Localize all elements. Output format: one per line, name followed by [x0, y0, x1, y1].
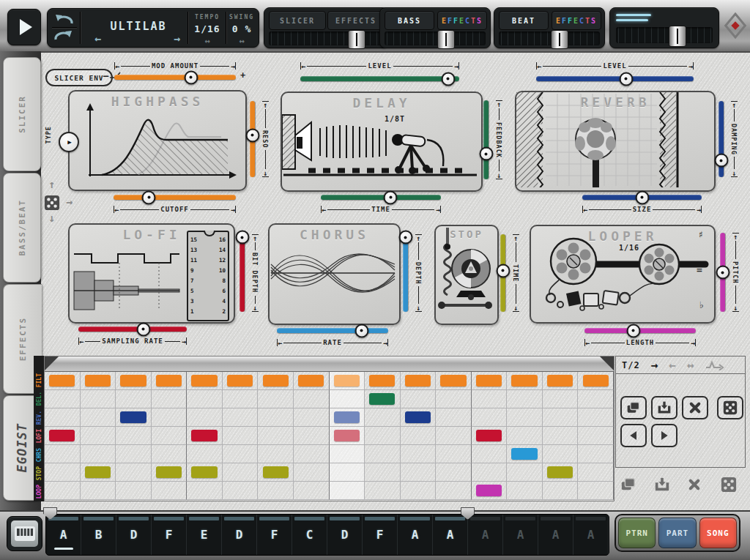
- seq-cell[interactable]: [578, 463, 614, 482]
- shift-left-icon[interactable]: ←: [669, 360, 676, 370]
- slicer-effects-slider-knob[interactable]: [348, 30, 365, 49]
- seq-cell[interactable]: [81, 427, 116, 445]
- seq-cell[interactable]: [401, 372, 437, 390]
- seq-cell[interactable]: [578, 427, 614, 445]
- seq-cell[interactable]: [152, 427, 188, 445]
- delay-level-knob[interactable]: [441, 72, 455, 86]
- seq-cell[interactable]: [578, 372, 614, 390]
- shift-right-icon[interactable]: →: [651, 360, 658, 370]
- seq-cell[interactable]: [116, 408, 152, 427]
- clear-part-icon[interactable]: [688, 478, 701, 491]
- play-button[interactable]: [7, 9, 41, 45]
- pattern-slot[interactable]: B: [81, 515, 116, 555]
- ptrn-mode-button[interactable]: PTRN: [618, 518, 656, 548]
- seq-cell[interactable]: [365, 482, 401, 500]
- seq-cell[interactable]: [365, 408, 401, 427]
- sequencer-loop-header[interactable]: [45, 356, 614, 372]
- seq-cell[interactable]: [116, 463, 152, 482]
- delay-level-slider[interactable]: [300, 76, 459, 81]
- pattern-slot[interactable]: E: [187, 515, 222, 555]
- seq-cell[interactable]: [507, 427, 543, 445]
- seq-cell[interactable]: [472, 482, 508, 500]
- seq-step-block[interactable]: [120, 411, 146, 423]
- seq-cell[interactable]: [81, 408, 116, 427]
- reverb-level-slider[interactable]: [536, 76, 694, 81]
- beat-effects-page-button[interactable]: EFFECTS: [552, 11, 601, 30]
- pattern-slot[interactable]: D: [116, 515, 152, 555]
- delay-time-knob[interactable]: [384, 190, 398, 204]
- preset-next-icon[interactable]: →: [174, 35, 180, 42]
- pitch-knob[interactable]: [716, 266, 729, 280]
- preset-name[interactable]: ULTILAB: [90, 20, 187, 33]
- seq-cell[interactable]: [45, 372, 81, 390]
- seq-cell[interactable]: [436, 408, 472, 427]
- seq-step-block[interactable]: [583, 375, 609, 387]
- seq-cell[interactable]: [223, 372, 259, 390]
- seq-cell[interactable]: [543, 390, 579, 408]
- seq-cell[interactable]: [507, 372, 543, 390]
- depth-knob[interactable]: [398, 231, 412, 244]
- pattern-slot[interactable]: F: [363, 515, 398, 555]
- seq-cell[interactable]: [543, 482, 579, 500]
- time-scale-label[interactable]: T/2: [622, 360, 640, 370]
- seq-step-block[interactable]: [511, 448, 537, 460]
- seq-cell[interactable]: [294, 427, 330, 445]
- slicer-page-button[interactable]: SLICER: [269, 11, 326, 30]
- song-mode-button[interactable]: SONG: [699, 518, 737, 548]
- seq-step-block[interactable]: [440, 375, 466, 387]
- seq-cell[interactable]: [401, 390, 437, 408]
- pattern-slot[interactable]: D: [327, 515, 363, 555]
- feedback-slider[interactable]: [483, 100, 489, 179]
- seq-cell[interactable]: [152, 463, 188, 482]
- seq-cell[interactable]: [258, 427, 294, 445]
- sampling-rate-slider[interactable]: [78, 326, 187, 332]
- reso-slider[interactable]: [250, 101, 255, 177]
- randomize-right-icon[interactable]: →: [66, 198, 73, 206]
- pattern-slot[interactable]: A: [46, 515, 81, 555]
- sidebar-tab-bassbeat[interactable]: BASS/BEAT: [3, 173, 41, 283]
- depth-slider[interactable]: [403, 234, 408, 312]
- seq-cell[interactable]: [543, 427, 579, 445]
- pattern-slot[interactable]: A: [468, 515, 503, 555]
- seq-cell[interactable]: [472, 408, 508, 427]
- pattern-slot[interactable]: A: [573, 515, 609, 555]
- sampling-rate-knob[interactable]: [136, 322, 150, 336]
- seq-step-block[interactable]: [85, 375, 111, 387]
- keyboard-mode-button[interactable]: [7, 516, 42, 551]
- seq-cell[interactable]: [543, 408, 579, 427]
- rate-slider[interactable]: [277, 328, 388, 333]
- seq-cell[interactable]: [472, 390, 508, 408]
- paste-part-icon[interactable]: [654, 477, 670, 493]
- seq-step-block[interactable]: [191, 466, 217, 478]
- seq-step-block[interactable]: [369, 375, 395, 387]
- filter-type-button[interactable]: ▶: [59, 132, 79, 152]
- seq-cell[interactable]: [543, 463, 579, 482]
- seq-cell[interactable]: [223, 445, 259, 463]
- seq-step-block[interactable]: [49, 430, 75, 441]
- pattern-slot[interactable]: A: [538, 515, 573, 555]
- mod-amount-knob[interactable]: [184, 70, 198, 84]
- seq-step-block[interactable]: [156, 375, 182, 387]
- seq-cell[interactable]: [436, 427, 472, 445]
- sidebar-tab-slicer[interactable]: SLICER: [3, 57, 41, 171]
- seq-step-block[interactable]: [85, 466, 111, 478]
- bass-page-button[interactable]: BASS: [385, 11, 434, 30]
- delay-sync-value[interactable]: 1/8T: [385, 115, 405, 123]
- seq-cell[interactable]: [578, 390, 614, 408]
- seq-cell[interactable]: [330, 408, 365, 427]
- seq-cell[interactable]: [507, 390, 543, 408]
- cutoff-knob[interactable]: [142, 190, 156, 204]
- beat-page-button[interactable]: BEAT: [499, 11, 549, 30]
- seq-cell[interactable]: [330, 372, 365, 390]
- seq-step-block[interactable]: [476, 430, 502, 441]
- seq-cell[interactable]: [152, 372, 188, 390]
- seq-cell[interactable]: [116, 445, 152, 463]
- seq-cell[interactable]: [543, 372, 579, 390]
- seq-cell[interactable]: [401, 427, 437, 445]
- seq-step-block[interactable]: [191, 375, 217, 387]
- slicer-effects-slider[interactable]: [269, 31, 383, 45]
- seq-cell[interactable]: [472, 372, 508, 390]
- seq-cell[interactable]: [152, 390, 188, 408]
- seq-cell[interactable]: [507, 482, 543, 500]
- seq-cell[interactable]: [187, 408, 223, 427]
